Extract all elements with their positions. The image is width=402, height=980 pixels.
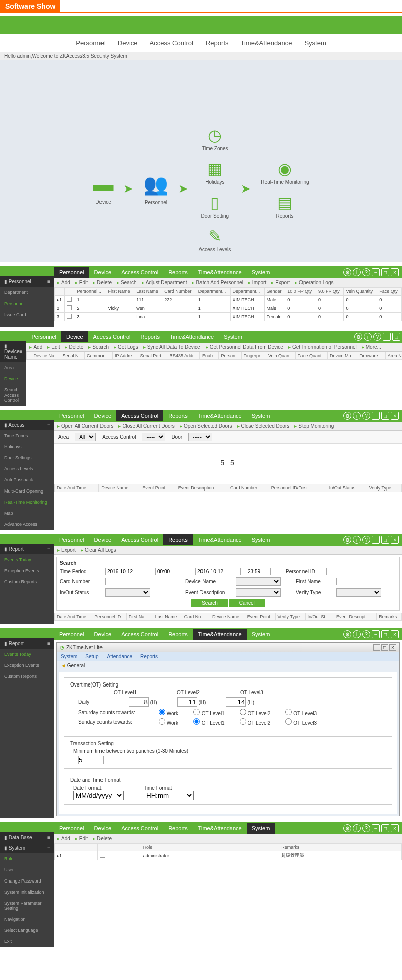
table-row[interactable]: 22Vickywen1XIMITECHMale0000 [55,304,402,313]
tab-personnel[interactable]: Personnel [54,629,89,640]
col-header[interactable]: Area Name [385,352,402,360]
col-header[interactable]: Last Name [134,288,162,296]
trans-val-input[interactable] [78,756,104,764]
winbtn-0[interactable]: ⚙ [343,630,351,638]
col-header[interactable]: RS485 Addr... [167,352,200,360]
winbtn-1[interactable]: i [353,268,361,276]
winbtn-3[interactable]: − [383,333,391,341]
tab-system[interactable]: System [247,823,275,834]
sidebar-item-eventstoday[interactable]: Events Today [0,554,54,565]
tab-personnel[interactable]: Personnel [54,410,89,421]
sidebar-item-exceptionevents[interactable]: Exception Events [0,660,54,671]
tool-edit[interactable]: ▸Edit [75,280,88,285]
col-header[interactable] [27,352,31,360]
col-header[interactable]: Remarks [377,613,402,621]
date2-input[interactable] [195,568,241,575]
daily1-input[interactable] [129,697,149,707]
tab-accesscontrol[interactable]: Access Control [116,823,163,834]
col-header[interactable]: Date And Time [55,613,92,621]
sun-ot2[interactable] [240,718,246,725]
winbtn-4[interactable]: □ [381,630,389,638]
sidebar-item-selectlanguage[interactable]: Select Language [0,925,54,936]
tool-openallcurrentdoors[interactable]: ▸Open All Current Doors [57,423,113,429]
card-input[interactable] [105,578,150,585]
col-header[interactable]: First Name [106,288,134,296]
cancel-button[interactable]: Cancel [229,599,265,607]
tamenu-attendance[interactable]: Attendance [107,654,132,659]
sidebar-item-customreports[interactable]: Custom Reports [0,671,54,682]
winbtn-0[interactable]: ⚙ [354,333,362,341]
winbtn-2[interactable]: ? [362,536,370,544]
winbtn-3[interactable]: − [372,824,380,832]
col-header[interactable]: Card Number [162,288,196,296]
area-select[interactable]: All [75,433,96,441]
sidebar-database[interactable]: ▮ Data Base≡ [0,832,54,843]
col-header[interactable]: Event Descripti... [334,613,377,621]
tab-reports[interactable]: Reports [163,629,193,640]
col-header[interactable]: Vein Quantity [344,288,377,296]
sidebar-item-systeminitialization[interactable]: System Initialization [0,887,54,898]
tool-add[interactable]: ▸Add [29,344,42,350]
tab-device[interactable]: Device [89,823,117,834]
sidebar-item-issuecard[interactable]: Issue Card [0,309,54,320]
winbtn-3[interactable]: − [372,412,380,420]
sat-ot1[interactable] [193,709,200,715]
sidebar-item-role[interactable]: Role [0,853,54,864]
tab-reports[interactable]: Reports [163,410,193,421]
col-header[interactable]: In/Out Status [327,484,367,492]
tool-add[interactable]: ▸Add [57,836,70,841]
tool-closeselecteddoors[interactable]: ▸Close Selected Doors [237,423,290,429]
sidebar-item-multicardopening[interactable]: Multi-Card Opening [0,485,54,497]
col-header[interactable]: Card Nu... [182,613,210,621]
sidebar-item-exit[interactable]: Exit [0,936,54,947]
col-header[interactable]: Device Na... [31,352,60,360]
col-header[interactable]: Vein Quan... [266,352,296,360]
back-icon[interactable]: ◄ [61,663,66,668]
tab-timeattendance[interactable]: Time&Attendance [165,331,219,342]
tab-system[interactable]: System [247,267,275,278]
col-header[interactable]: Department... [196,288,230,296]
sidebar-item-realtimemonitoring[interactable]: Real-Time Monitoring [0,497,54,508]
tamenu-setup[interactable]: Setup [85,654,98,659]
sidebar-item-timezones[interactable]: Time Zones [0,430,54,441]
tool-export[interactable]: ▸Export [57,547,76,553]
sidebar-item-holidays[interactable]: Holidays [0,441,54,452]
col-header[interactable]: Role [141,844,279,851]
sidebar-devicename[interactable]: ▮ Device Name≡ [0,341,26,362]
sidebar-item-customreports[interactable]: Custom Reports [0,576,54,587]
sat-ot3[interactable] [285,709,292,715]
tab-accesscontrol[interactable]: Access Control [116,534,163,545]
sat-ot2[interactable] [240,709,246,715]
tool-getinformationofpersonnel[interactable]: ▸Get Information of Personnel [288,344,357,350]
dev-select[interactable]: ----- [236,577,281,586]
inout-select[interactable] [105,588,150,597]
col-header[interactable]: Firmware ... [357,352,386,360]
tool-getpersonneldatafromdevice[interactable]: ▸Get Personnel Data From Device [206,344,283,350]
sidebar-item-user[interactable]: User [0,864,54,875]
col-header[interactable] [55,844,98,851]
sidebar-access[interactable]: ▮ Access≡ [0,420,54,430]
col-header[interactable]: Person... [219,352,241,360]
tab-accesscontrol[interactable]: Access Control [116,410,163,421]
tab-reports[interactable]: Reports [136,331,165,342]
tool-openselecteddoors[interactable]: ▸Open Selected Doors [180,423,232,429]
col-header[interactable]: Device Name [99,484,140,492]
tamenu-reports[interactable]: Reports [140,654,158,659]
sidebar-item-department[interactable]: Department [0,287,54,298]
winbtn-2[interactable]: ? [362,824,370,832]
col-header[interactable]: Last Name [153,613,182,621]
tab-accesscontrol[interactable]: Access Control [88,331,136,342]
col-header[interactable]: First Na... [126,613,153,621]
tab-system[interactable]: System [247,629,275,640]
sun-ot3[interactable] [285,718,292,725]
tab-system[interactable]: System [247,410,275,421]
col-header[interactable]: Event Point [140,484,176,492]
sidebar-item-systemparametersetting[interactable]: System Parameter Setting [0,898,54,914]
sidebar-report[interactable]: ▮ Report≡ [0,638,54,649]
tool-clearalllogs[interactable]: ▸Clear All Logs [81,547,116,553]
close-icon[interactable]: × [389,644,396,651]
ac-select[interactable]: ----- [142,433,165,441]
col-header[interactable]: Device Mo... [328,352,357,360]
col-header[interactable]: Date And Time [55,484,99,492]
tab-device[interactable]: Device [89,534,117,545]
